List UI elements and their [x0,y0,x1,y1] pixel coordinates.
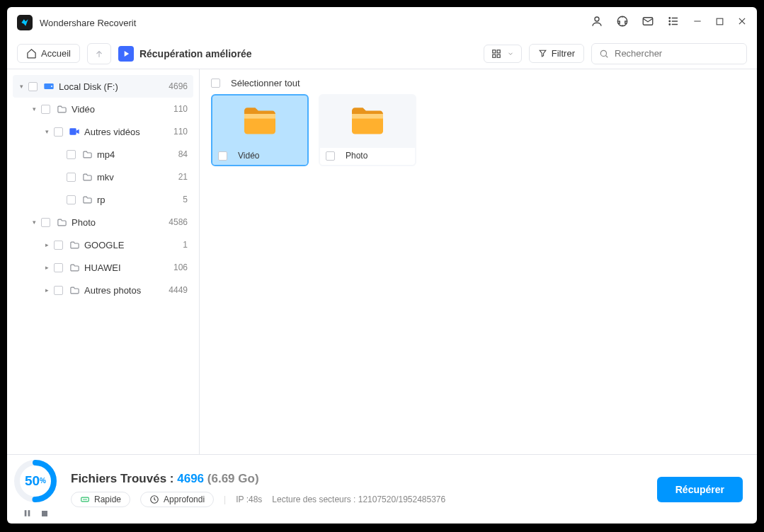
support-icon[interactable] [616,15,629,30]
tree-row[interactable]: ▾Photo4586 [13,211,193,233]
tree-label: mp4 [97,149,178,160]
menu-list-icon[interactable] [667,15,680,30]
recover-button[interactable]: Récupérer [657,477,743,502]
deep-scan-pill[interactable]: Approfondi [140,492,214,507]
expand-toggle[interactable]: ▸ [42,287,51,294]
tree-checkbox[interactable] [54,286,63,295]
svg-point-20 [51,86,52,87]
tree-row[interactable]: mkv21 [13,166,193,188]
tree-label: rp [97,195,183,205]
tree-count: 21 [178,172,188,182]
progress-ring: 50% [13,458,58,504]
tree-row[interactable]: ▸GOOGLE1 [13,233,193,256]
tree-row[interactable]: ▸Autres photos4449 [13,279,193,301]
tree-row[interactable]: ▾Autres vidéos110 [13,120,193,143]
footer: 50% Fichiers Trouvés : 4696 (6.69 Go) Ra… [7,454,757,524]
folder-icon [81,172,93,183]
tree-count: 106 [173,262,188,272]
expand-toggle[interactable]: ▾ [17,83,25,90]
svg-rect-21 [69,128,76,134]
tree-checkbox[interactable] [28,82,38,91]
card-checkbox[interactable] [218,151,227,161]
tree-checkbox[interactable] [67,173,76,182]
titlebar: Wondershare Recoverit [7,7,757,38]
tree-row[interactable]: ▾Vidéo110 [13,98,193,120]
tree-row[interactable]: ▸HUAWEI106 [13,256,193,279]
enhanced-recovery-icon [118,46,134,62]
tree-checkbox[interactable] [41,218,50,227]
tree-row[interactable]: ▾Local Disk (F:)4696 [13,75,193,98]
stop-button[interactable] [40,508,49,521]
tree-checkbox[interactable] [54,127,63,137]
tree-count: 5 [183,195,188,204]
folder-icon [320,96,415,148]
tree-count: 4696 [169,81,188,91]
filter-button[interactable]: Filtrer [529,44,584,63]
toolbar: Accueil Récupération améliorée Filtrer [7,38,757,69]
tree-label: Local Disk (F:) [59,81,169,92]
card-checkbox[interactable] [326,151,335,161]
quick-scan-pill[interactable]: Rapide [71,492,130,507]
svg-rect-22 [244,114,275,119]
expand-toggle[interactable]: ▾ [42,128,51,135]
user-icon[interactable] [591,15,603,30]
tree-label: HUAWEI [84,262,173,273]
svg-rect-16 [497,54,500,57]
home-button[interactable]: Accueil [17,44,80,63]
folder-icon [212,96,307,148]
disk-icon [42,81,55,92]
content-pane: Sélectionner tout VidéoPhoto [200,69,757,454]
select-all-checkbox[interactable] [211,79,220,88]
svg-rect-13 [493,50,496,52]
tree-checkbox[interactable] [54,263,63,272]
expand-toggle[interactable]: ▾ [30,219,38,226]
card-label: Photo [346,151,367,161]
svg-point-0 [595,17,599,21]
folder-icon [68,285,81,296]
search-box[interactable] [591,43,747,64]
tree-count: 110 [173,127,188,137]
tree-label: GOOGLE [84,240,183,250]
tree-checkbox[interactable] [67,195,76,204]
app-title: Wondershare Recoverit [40,18,136,28]
maximize-icon[interactable] [715,16,724,29]
svg-rect-27 [28,510,30,516]
select-all-row[interactable]: Sélectionner tout [211,78,746,88]
tree-checkbox[interactable] [54,241,63,250]
tree-label: Vidéo [72,104,173,115]
pause-button[interactable] [23,508,32,521]
search-input[interactable] [613,47,739,59]
tree-label: Autres vidéos [84,127,173,137]
folder-icon [55,217,68,228]
tree-checkbox[interactable] [67,150,76,159]
svg-rect-28 [42,511,47,516]
tree-row[interactable]: rp5 [13,188,193,211]
chevron-down-icon [507,50,514,57]
tree-count: 1 [183,240,188,250]
mode-header: Récupération améliorée [118,46,252,62]
filter-label: Filtrer [552,48,575,59]
view-mode-button[interactable] [484,45,522,63]
tree-count: 84 [178,149,188,159]
sector-read: Lecture des secteurs : 12107520/19524853… [272,495,445,504]
folder-card[interactable]: Vidéo [211,94,309,166]
tree-count: 110 [173,104,188,114]
ip-stat: IP :48s [236,495,262,504]
svg-rect-26 [24,510,26,516]
svg-rect-15 [493,54,496,57]
expand-toggle[interactable]: ▸ [42,264,51,271]
feedback-icon[interactable] [642,15,654,30]
tree-row[interactable]: mp484 [13,143,193,166]
svg-rect-23 [352,114,383,119]
progress-value: 50 [25,473,40,489]
expand-toggle[interactable]: ▾ [30,105,38,112]
sidebar-tree: ▾Local Disk (F:)4696▾Vidéo110▾Autres vid… [7,69,200,454]
tree-checkbox[interactable] [41,105,50,114]
tree-label: Autres photos [84,285,169,296]
svg-point-17 [600,50,606,56]
folder-card[interactable]: Photo [319,94,416,166]
upload-button[interactable] [87,43,111,64]
expand-toggle[interactable]: ▸ [42,241,51,248]
minimize-icon[interactable] [692,16,702,29]
close-icon[interactable] [737,16,747,29]
